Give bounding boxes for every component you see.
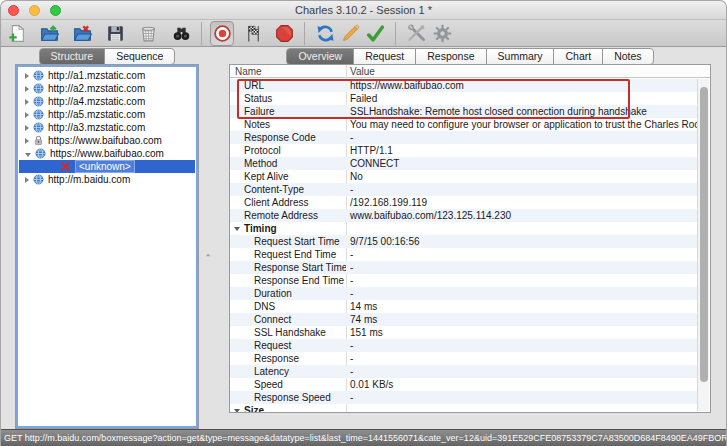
table-row: StatusFailed: [230, 92, 697, 105]
expander-expanded-icon[interactable]: [25, 153, 31, 157]
row-name: Client Address: [244, 196, 308, 209]
tools-button[interactable]: [404, 21, 428, 46]
row-name: Connect: [254, 313, 291, 326]
table-row: Remote Addresswww.baifubao.com/123.125.1…: [230, 209, 697, 222]
close-folder-icon: [72, 23, 93, 44]
expander-collapsed-icon[interactable]: [25, 125, 29, 131]
tree-item-label: http://a5.mzstatic.com: [48, 109, 145, 120]
globe-icon: [33, 174, 44, 185]
expander-collapsed-icon[interactable]: [25, 177, 29, 183]
gear-button[interactable]: [430, 21, 454, 46]
row-name: Timing: [244, 222, 277, 235]
row-name: Content-Type: [244, 183, 304, 196]
save-icon: [105, 23, 126, 44]
stop-sign-button[interactable]: [272, 21, 296, 46]
expander-collapsed-icon[interactable]: [25, 73, 29, 79]
group-collapse-icon[interactable]: [234, 227, 240, 231]
row-value: 0.01 KB/s: [346, 378, 697, 391]
table-group-row[interactable]: Timing: [230, 222, 697, 235]
row-name: Size: [244, 404, 264, 412]
refresh-button[interactable]: [313, 21, 337, 46]
tab-request[interactable]: Request: [353, 48, 416, 65]
pencil-button[interactable]: [338, 21, 362, 46]
row-name: Request End Time: [254, 248, 336, 261]
binoculars-icon: [171, 23, 192, 44]
tab-structure[interactable]: Structure: [39, 48, 106, 65]
row-name: Kept Alive: [244, 170, 288, 183]
toolbar-separator: [395, 22, 396, 45]
table-row: ProtocolHTTP/1.1: [230, 144, 697, 157]
row-name: Status: [244, 92, 272, 105]
record-button[interactable]: [210, 21, 234, 46]
row-name: Request Start Time: [254, 235, 340, 248]
splitter-handle[interactable]: ⌃: [202, 253, 214, 263]
close-folder-button[interactable]: [70, 21, 94, 46]
toolbar-separator: [201, 22, 202, 45]
table-row: Response Code-: [230, 131, 697, 144]
row-value: 9/7/15 00:16:56: [346, 235, 697, 248]
new-file-button[interactable]: [4, 21, 28, 46]
table-row: MethodCONNECT: [230, 157, 697, 170]
checkmark-button[interactable]: [363, 21, 387, 46]
table-header: Name Value: [230, 65, 710, 78]
binoculars-button[interactable]: [169, 21, 193, 46]
tree-item-label: https://www.baifubao.com: [48, 135, 162, 146]
expander-collapsed-icon[interactable]: [25, 99, 29, 105]
table-group-row[interactable]: Size: [230, 404, 697, 412]
tree-item[interactable]: <unknown>: [19, 160, 195, 173]
tree-item[interactable]: http://a1.mzstatic.com: [19, 69, 195, 82]
expander-collapsed-icon[interactable]: [25, 112, 29, 118]
row-value: -: [346, 365, 697, 378]
tree-item[interactable]: http://a3.mzstatic.com: [19, 121, 195, 134]
row-value: No: [346, 170, 697, 183]
row-value: -: [346, 261, 697, 274]
gear-icon: [432, 23, 453, 44]
row-name: Response End Time: [254, 274, 344, 287]
tab-overview[interactable]: Overview: [286, 48, 354, 65]
globe-icon: [33, 83, 44, 94]
tab-notes[interactable]: Notes: [602, 48, 653, 65]
table-row: SSL Handshake151 ms: [230, 326, 697, 339]
toolbar-group: [210, 21, 296, 46]
table-row: Duration-: [230, 287, 697, 300]
tab-sequence[interactable]: Sequence: [104, 48, 175, 65]
tab-summary[interactable]: Summary: [486, 48, 555, 65]
table-row: NotesYou may need to configure your brow…: [230, 118, 697, 131]
row-name: Failure: [244, 105, 275, 118]
tree-item[interactable]: http://a2.mzstatic.com: [19, 82, 195, 95]
tools-icon: [406, 23, 427, 44]
trash-icon: [138, 23, 159, 44]
table-row: Response Speed-: [230, 391, 697, 404]
tab-response[interactable]: Response: [415, 48, 486, 65]
table-row: Request Start Time9/7/15 00:16:56: [230, 235, 697, 248]
row-name: Response Code: [244, 131, 316, 144]
row-name: Method: [244, 157, 277, 170]
checkered-flags-button[interactable]: [241, 21, 265, 46]
table-row: Request End Time-: [230, 248, 697, 261]
tree-item[interactable]: https://www.baifubao.com: [19, 134, 195, 147]
toolbar-separator: [304, 22, 305, 45]
save-button[interactable]: [103, 21, 127, 46]
vertical-scrollbar[interactable]: [697, 79, 709, 411]
tab-chart[interactable]: Chart: [553, 48, 603, 65]
row-value: 14 ms: [346, 300, 697, 313]
expander-collapsed-icon[interactable]: [25, 86, 29, 92]
row-name: Speed: [254, 378, 283, 391]
toolbar: [1, 20, 726, 47]
tree-item[interactable]: http://m.baidu.com: [19, 173, 195, 186]
trash-button[interactable]: [136, 21, 160, 46]
tree-item[interactable]: https://www.baifubao.com: [19, 147, 195, 160]
table-row: Connect74 ms: [230, 313, 697, 326]
row-name: Remote Address: [244, 209, 318, 222]
tree-item[interactable]: http://a5.mzstatic.com: [19, 108, 195, 121]
row-name: Notes: [244, 118, 270, 131]
tree-item[interactable]: http://a4.mzstatic.com: [19, 95, 195, 108]
tree-item-label: <unknown>: [75, 160, 135, 173]
row-value: You may need to configure your browser o…: [346, 118, 697, 131]
toolbar-group: [4, 21, 193, 46]
open-folder-button[interactable]: [37, 21, 61, 46]
group-collapse-icon[interactable]: [234, 409, 240, 413]
scrollbar-thumb[interactable]: [700, 87, 708, 382]
expander-collapsed-icon[interactable]: [25, 138, 29, 144]
row-value: www.baifubao.com/123.125.114.230: [346, 209, 697, 222]
